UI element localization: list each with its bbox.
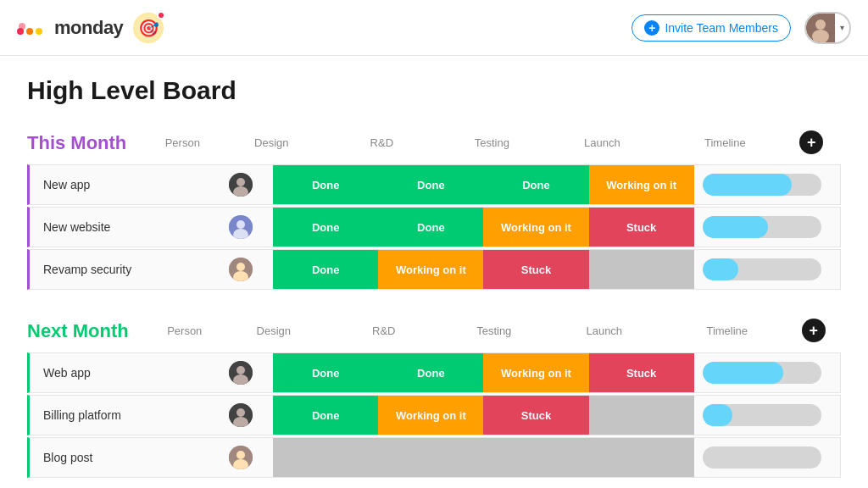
section-next-month-title: Next Month: [27, 320, 129, 342]
col-header-launch: Launch: [547, 136, 657, 149]
col-header-launch2: Launch: [549, 324, 659, 337]
task-status-launch: [589, 438, 694, 477]
avatar: [229, 258, 253, 281]
monday-logo-icon: [17, 19, 49, 36]
mascot-icon: 🎯: [133, 13, 164, 43]
invite-plus-icon: +: [644, 20, 659, 36]
user-avatar-menu[interactable]: ▾: [804, 12, 851, 44]
task-status-testing: Stuck: [483, 250, 588, 289]
task-timeline: [694, 362, 824, 384]
col-header-person: Person: [148, 136, 216, 149]
table-row: New app Done Done Done Working on it: [27, 164, 841, 205]
section-this-month-header: This Month Person Design R&D Testing Lau…: [27, 129, 841, 158]
section-this-month-title: This Month: [27, 132, 126, 154]
col-header-design2: Design: [219, 324, 329, 337]
add-column-button-next-month[interactable]: +: [802, 319, 826, 342]
timeline-bar: [703, 258, 821, 280]
svg-point-17: [236, 366, 245, 374]
avatar: [229, 215, 253, 239]
timeline-bar: [703, 404, 821, 426]
task-name: Billing platform: [30, 408, 209, 422]
svg-point-8: [236, 178, 245, 186]
task-person: [209, 403, 273, 427]
logo-wordmark: monday: [54, 17, 123, 39]
avatar: [229, 446, 253, 469]
task-name: Revamp security: [30, 263, 209, 276]
svg-point-5: [815, 19, 826, 30]
svg-point-2: [36, 28, 42, 35]
task-timeline: [694, 404, 824, 426]
svg-point-11: [236, 220, 245, 229]
invite-team-button[interactable]: + Invite Team Members: [632, 14, 791, 42]
mascot-notification-dot: [157, 11, 165, 19]
task-name: Blog post: [30, 451, 209, 464]
avatar: [229, 361, 253, 385]
task-status-design: Done: [273, 396, 378, 435]
task-status-rd: Working on it: [378, 250, 483, 289]
header: monday 🎯 + Invite Team Members ▾: [0, 0, 868, 56]
task-status-design: [273, 438, 378, 477]
table-row: Billing platform Done Working on it Stuc…: [27, 395, 841, 435]
col-header-rd2: R&D: [329, 324, 439, 337]
task-status-rd: [378, 438, 483, 477]
timeline-fill: [703, 258, 738, 280]
timeline-fill: [703, 174, 792, 196]
task-timeline: [694, 216, 824, 238]
task-name: New website: [30, 220, 209, 234]
col-headers-next-month: Person Design R&D Testing Launch Timelin…: [151, 317, 826, 344]
table-row: New website Done Done Working on it Stuc…: [27, 207, 841, 247]
task-status-launch: [589, 396, 694, 435]
task-status-launch: Stuck: [589, 208, 694, 247]
col-header-design: Design: [216, 136, 326, 149]
task-timeline: [694, 446, 824, 469]
task-name: New app: [30, 178, 209, 191]
header-right: + Invite Team Members ▾: [632, 12, 851, 44]
task-status-rd: Done: [378, 353, 483, 392]
svg-point-23: [236, 451, 245, 459]
section-this-month: This Month Person Design R&D Testing Lau…: [27, 129, 841, 290]
task-status-design: Done: [273, 165, 378, 204]
col-header-timeline: Timeline: [657, 136, 793, 149]
task-status-rd: Working on it: [378, 396, 483, 435]
timeline-bar: [703, 446, 821, 469]
avatar: [229, 173, 253, 197]
col-header-person2: Person: [151, 324, 219, 337]
header-left: monday 🎯: [17, 13, 164, 43]
board-title: High Level Board: [27, 76, 841, 105]
timeline-fill: [703, 362, 783, 384]
logo[interactable]: monday: [17, 17, 123, 39]
col-header-rd: R&D: [326, 136, 437, 149]
table-row: Blog post: [27, 437, 841, 478]
col-header-testing: Testing: [437, 136, 547, 149]
timeline-bar: [703, 362, 821, 384]
section-next-month-header: Next Month Person Design R&D Testing Lau…: [27, 317, 841, 346]
add-column-button-this-month[interactable]: +: [799, 130, 823, 154]
task-status-testing: Working on it: [483, 208, 588, 247]
avatar-image: [806, 14, 835, 42]
task-person: [209, 258, 273, 281]
task-status-design: Done: [273, 208, 378, 247]
table-row: Web app Done Done Working on it Stuck: [27, 352, 841, 393]
svg-point-3: [19, 23, 25, 30]
invite-btn-label: Invite Team Members: [665, 21, 778, 35]
table-row: Revamp security Done Working on it Stuck: [27, 249, 841, 290]
timeline-bar: [703, 216, 821, 238]
task-status-launch: Stuck: [589, 353, 694, 392]
timeline-bar: [703, 174, 821, 196]
task-status-rd: Done: [378, 165, 483, 204]
task-status-design: Done: [273, 353, 378, 392]
task-status-design: Done: [273, 250, 378, 289]
task-status-launch: [589, 250, 694, 289]
svg-point-20: [236, 408, 245, 417]
task-timeline: [694, 174, 824, 196]
task-status-launch: Working on it: [589, 165, 694, 204]
task-status-testing: Done: [483, 165, 588, 204]
timeline-fill: [703, 216, 768, 238]
task-status-testing: Stuck: [483, 396, 588, 435]
task-status-testing: Working on it: [483, 353, 588, 392]
task-person: [209, 215, 273, 239]
task-person: [209, 361, 273, 385]
svg-point-1: [26, 28, 33, 35]
task-status-rd: Done: [378, 208, 483, 247]
col-headers-this-month: Person Design R&D Testing Launch Timelin…: [148, 129, 823, 156]
